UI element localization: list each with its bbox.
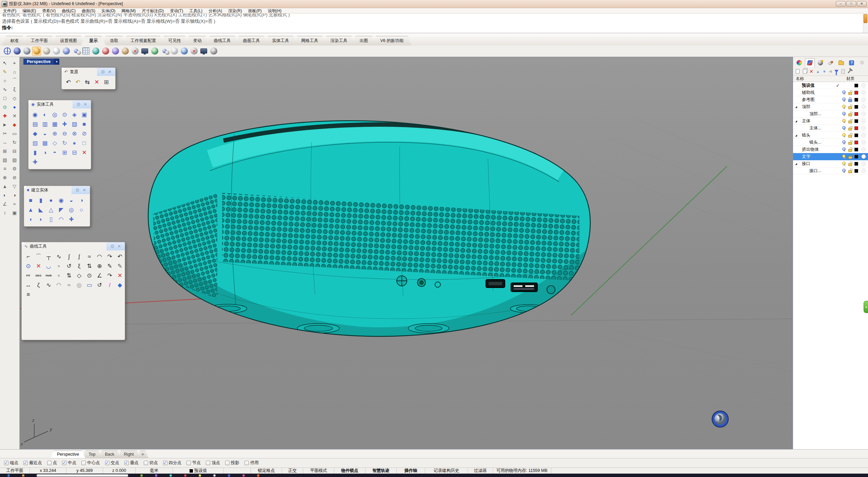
- layer-lock-icon[interactable]: [848, 113, 852, 116]
- sidebar-tool-icon[interactable]: ◐: [0, 191, 10, 199]
- gear-icon[interactable]: ⚙: [76, 102, 81, 107]
- expand-triangle-icon[interactable]: [795, 120, 797, 122]
- layer-color-swatch[interactable]: [854, 112, 858, 116]
- layer-visibility-bulb-icon[interactable]: [842, 154, 846, 158]
- layer-color-swatch[interactable]: [854, 105, 858, 109]
- gear-icon[interactable]: ⚙: [75, 187, 80, 193]
- tab-render[interactable]: [826, 58, 836, 67]
- layer-row[interactable]: 镜头...: [793, 139, 868, 146]
- sidebar-tool-icon[interactable]: ∿: [0, 85, 10, 94]
- osnap-toggle[interactable]: 点: [47, 460, 57, 466]
- status-cell[interactable]: 物件锁点: [334, 468, 366, 474]
- solid-tool-icon[interactable]: ▧: [31, 139, 40, 148]
- layer-color-swatch[interactable]: [854, 126, 858, 130]
- osnap-toggle[interactable]: 交点: [105, 460, 119, 466]
- curve-tool-icon[interactable]: ⇅: [64, 271, 74, 280]
- menu-item[interactable]: 网格(M): [118, 8, 139, 14]
- curve-tool-icon[interactable]: ≈: [64, 281, 74, 290]
- layer-row[interactable]: 顶部...: [793, 110, 868, 118]
- curve-tool-icon[interactable]: FAIR: [44, 271, 53, 280]
- menu-item[interactable]: 文件(F): [0, 8, 19, 14]
- osnap-checkbox[interactable]: [124, 461, 129, 465]
- solid-tool-icon[interactable]: ⊙: [60, 110, 69, 119]
- create-solid-tool-icon[interactable]: ✚: [67, 215, 76, 224]
- sidebar-tool-icon[interactable]: ✂: [0, 129, 10, 138]
- layer-lock-icon[interactable]: [848, 106, 852, 109]
- tab-materials[interactable]: [815, 58, 825, 67]
- expand-triangle-icon[interactable]: [795, 106, 797, 108]
- osnap-checkbox[interactable]: [186, 461, 191, 465]
- layer-name[interactable]: 顶部: [793, 104, 835, 110]
- viewport-tab[interactable]: Right: [118, 451, 140, 458]
- layer-row[interactable]: 预设值: [793, 82, 868, 89]
- layer-name[interactable]: 接口: [793, 161, 835, 167]
- layer-material-circle[interactable]: [861, 111, 866, 116]
- layer-row[interactable]: 镜头: [793, 132, 868, 139]
- os-taskbar[interactable]: [0, 474, 868, 477]
- osnap-toggle[interactable]: 垂点: [124, 460, 139, 466]
- layer-row[interactable]: 接口...: [793, 167, 868, 174]
- status-cell[interactable]: 可用的物理内存: 11559 MB: [493, 468, 551, 474]
- layer-visibility-bulb-icon[interactable]: [842, 162, 846, 165]
- osnap-checkbox[interactable]: [144, 461, 148, 465]
- sidebar-tool-icon[interactable]: ◆: [10, 121, 20, 129]
- osnap-checkbox[interactable]: [206, 461, 210, 465]
- solid-tool-icon[interactable]: ↻: [60, 139, 69, 148]
- layer-visibility-bulb-icon[interactable]: [842, 90, 846, 94]
- taskbar-icon[interactable]: [7, 474, 10, 477]
- layer-row[interactable]: 参考图: [793, 96, 868, 103]
- command-area[interactable]: 着色模式 '着色模式' ( 着色模式(S) 框架模式(R) 渲染模式(N) 半透…: [0, 14, 868, 33]
- osnap-toggle[interactable]: 顶点: [206, 460, 220, 466]
- osnap-toggle[interactable]: 停用: [244, 460, 259, 466]
- create-solid-tool-icon[interactable]: ◠: [57, 215, 66, 224]
- layer-row[interactable]: 主体...: [793, 125, 868, 132]
- solid-tool-icon[interactable]: ⊞: [60, 148, 69, 157]
- sidebar-tool-icon[interactable]: ✕: [10, 112, 20, 120]
- layer-material-circle[interactable]: [861, 90, 866, 95]
- curve-tool-icon[interactable]: ↷: [105, 252, 114, 261]
- solid-tool-icon[interactable]: ⊗: [70, 129, 79, 138]
- curve-tools-palette[interactable]: ∿ 曲线工具 ⚙ ✕ ⌐⌒┬∿∫ʃ≈◠↷↶⊙✕◡▫↺ξ⇅⊕✎✎FITDEGFAI…: [21, 242, 125, 340]
- display-mode-icon[interactable]: [52, 47, 61, 56]
- tab-display-properties[interactable]: [794, 58, 804, 67]
- create-solid-tool-icon[interactable]: ◤: [57, 205, 66, 214]
- osnap-checkbox[interactable]: [4, 461, 8, 465]
- curve-tool-icon[interactable]: ◠: [95, 252, 104, 261]
- status-cell[interactable]: 平面模式: [303, 468, 334, 474]
- toolbar-tab[interactable]: 可见性: [160, 36, 189, 45]
- solid-tool-icon[interactable]: ✚: [31, 158, 40, 167]
- sidebar-tool-icon[interactable]: ↕: [0, 209, 10, 217]
- solid-tool-icon[interactable]: ◈: [70, 110, 79, 119]
- perspective-viewport[interactable]: z x y Perspective ▼ ↶: [20, 57, 793, 449]
- curve-tool-icon[interactable]: ↷: [105, 271, 114, 280]
- create-solid-tool-icon[interactable]: ○: [77, 205, 86, 214]
- curve-tool-icon[interactable]: ⌒: [34, 252, 43, 261]
- layer-lock-icon[interactable]: [848, 92, 852, 95]
- status-cell[interactable]: 正交: [282, 468, 303, 474]
- toolbar-tab[interactable]: 实体工具: [264, 36, 297, 45]
- panel-popout-tab[interactable]: ◄: [864, 301, 868, 313]
- display-mode-icon[interactable]: [32, 47, 41, 56]
- display-mode-icon[interactable]: [190, 47, 198, 56]
- solid-tool-icon[interactable]: ▨: [70, 120, 79, 129]
- panel-options[interactable]: ⚙: [857, 58, 867, 67]
- osnap-checkbox[interactable]: [47, 461, 52, 465]
- toolbar-tab[interactable]: 工作视窗配置: [122, 36, 164, 45]
- sidebar-tool-icon[interactable]: ≈: [10, 200, 20, 208]
- column-name[interactable]: 名称: [793, 76, 804, 82]
- layer-material-circle[interactable]: [861, 126, 866, 130]
- status-cell[interactable]: 工作平面: [0, 468, 30, 474]
- solid-tool-icon[interactable]: ⊘: [80, 129, 89, 138]
- undo-tool-icon[interactable]: ↶: [64, 78, 73, 87]
- layer-name[interactable]: 预设值: [793, 83, 835, 88]
- menu-item[interactable]: 曲线(C): [59, 8, 79, 14]
- menu-item[interactable]: 编辑(E): [19, 8, 39, 14]
- toolbar-tab[interactable]: 曲线工具: [206, 36, 239, 45]
- close-icon[interactable]: ✕: [108, 69, 112, 74]
- create-solid-palette[interactable]: ■ 建立实体 ⚙ ✕ ■▮●◉◒◑▲◣△◤◎○◖◗▯◠✚: [24, 186, 90, 227]
- curve-tools-titlebar[interactable]: ∿ 曲线工具 ⚙ ✕: [22, 242, 125, 250]
- undo-palette[interactable]: ↶ 复原 ⚙ ✕ ↶↶⇆✕⊞: [61, 67, 116, 89]
- taskbar-icon[interactable]: [170, 474, 172, 477]
- layer-lock-icon[interactable]: [848, 149, 852, 152]
- menu-item[interactable]: 变动(T): [167, 8, 186, 14]
